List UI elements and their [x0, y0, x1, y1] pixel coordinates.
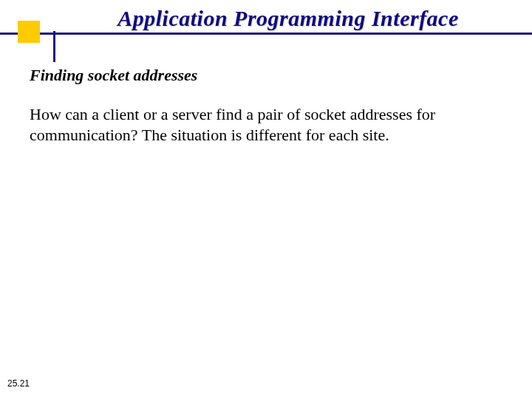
bullet-square-icon	[18, 21, 40, 43]
vertical-accent-line	[53, 31, 55, 62]
slide-header: Application Programming Interface	[0, 0, 532, 35]
slide-subtitle: Finding socket addresses	[30, 66, 502, 85]
page-number: 25.21	[7, 378, 30, 389]
slide-body-text: How can a client or a server find a pair…	[30, 104, 502, 145]
title-underline	[0, 33, 532, 35]
slide-title: Application Programming Interface	[0, 6, 532, 31]
slide-content: Finding socket addresses How can a clien…	[0, 35, 532, 145]
